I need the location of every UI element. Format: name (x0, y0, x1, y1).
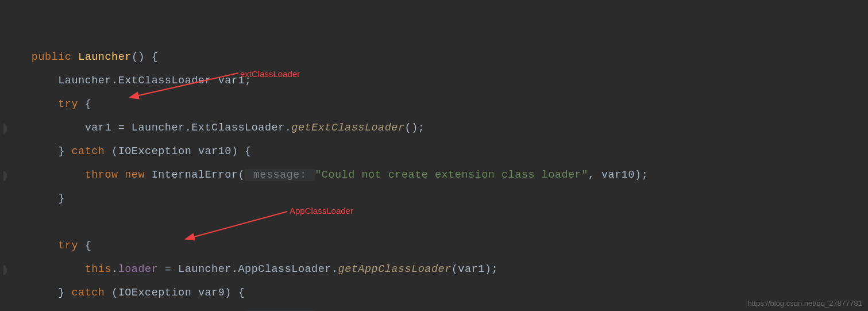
parameter-hint: message: (245, 169, 315, 181)
keyword-catch: catch (71, 287, 105, 299)
annotation-appclassloader: AppClassLoader (290, 206, 353, 216)
watermark: https://blog.csdn.net/qq_27877781 (748, 299, 863, 308)
fold-icon (3, 170, 11, 182)
code-editor[interactable]: public Launcher() { Launcher.ExtClassLoa… (11, 0, 868, 311)
keyword-new: new (125, 169, 145, 181)
fold-icon (3, 123, 11, 135)
keyword-catch: catch (71, 145, 105, 158)
keyword-this: this (85, 263, 111, 275)
gutter (0, 0, 11, 311)
keyword-throw: throw (85, 169, 118, 181)
field-loader: loader (118, 263, 159, 275)
string-literal: "Could not create extension class loader… (315, 169, 588, 181)
annotation-extclassloader: extClassLoader (240, 69, 300, 79)
code-line: } (32, 193, 65, 205)
method-name: Launcher (78, 51, 132, 63)
keyword-public: public (32, 51, 72, 63)
static-call: getAppClassLoader (338, 263, 452, 275)
static-call: getExtClassLoader (291, 122, 404, 134)
keyword-try: try (58, 240, 78, 252)
fold-icon (3, 264, 11, 276)
keyword-try: try (58, 98, 78, 110)
code-line: Launcher.ExtClassLoader var1; (32, 75, 252, 87)
